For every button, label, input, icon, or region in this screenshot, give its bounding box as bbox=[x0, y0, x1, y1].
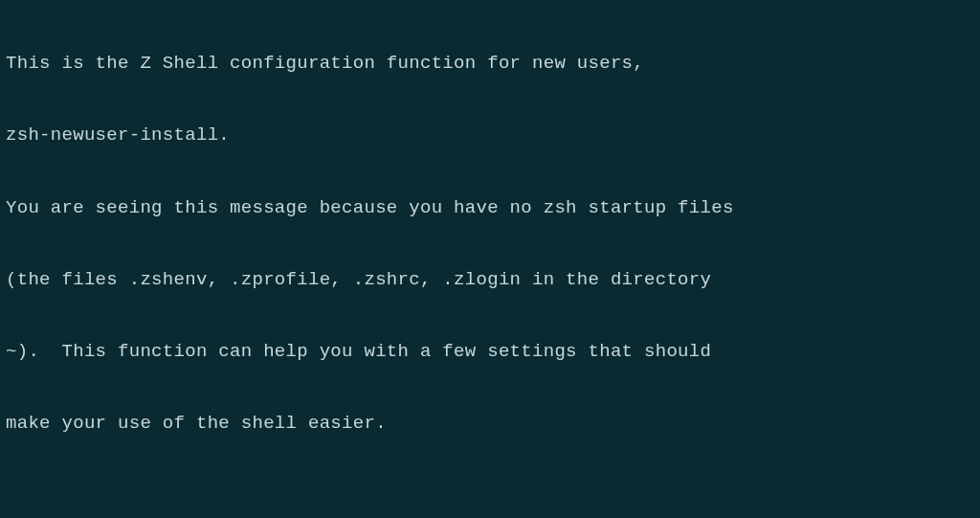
intro-line-2: zsh-newuser-install. bbox=[6, 124, 974, 147]
intro-line-3: You are seeing this message because you … bbox=[6, 196, 974, 220]
intro-line-4: (the files .zshenv, .zprofile, .zshrc, .… bbox=[6, 268, 974, 292]
intro-line-5: ~). This function can help you with a fe… bbox=[6, 340, 974, 364]
intro-line-1: This is the Z Shell configuration functi… bbox=[6, 52, 974, 76]
blank-line bbox=[6, 484, 974, 508]
terminal-output[interactable]: This is the Z Shell configuration functi… bbox=[6, 4, 974, 518]
intro-line-6: make your use of the shell easier. bbox=[6, 412, 974, 436]
